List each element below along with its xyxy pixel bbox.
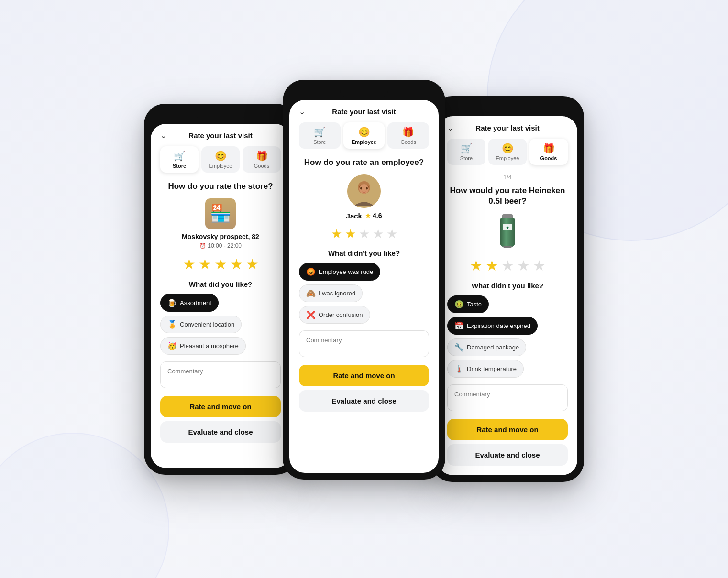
star-3-center[interactable]: ★ [359,227,370,241]
tab-goods-left[interactable]: 🎁 Goods [243,146,281,173]
tab-goods-center[interactable]: 🎁 Goods [387,122,429,149]
chevron-icon-left[interactable]: ⌄ [160,131,166,140]
chevron-icon-right[interactable]: ⌄ [447,123,453,132]
store-name-left: Moskovsky prospect, 82 [160,233,281,240]
chips-row-center: 😡 Employee was rude 🙈 I was ignored ❌ Or… [299,263,429,324]
store-tab-icon-right: 🛒 [461,142,473,154]
goods-tab-label-left: Goods [254,163,269,169]
chip-confusion-label: Order confusion [319,311,363,318]
tab-bar-right: 🛒 Store 😊 Employee 🎁 Goods [447,139,568,165]
tab-store-right[interactable]: 🛒 Store [447,139,485,165]
phone-notch-center [340,87,388,97]
sub-question-right: What didn't you like? [447,282,568,290]
svg-text:★: ★ [506,226,509,229]
main-question-right: How would you rate Heineken 0.5l beer? [447,185,568,207]
app-content-left: ⌄ Rate your last visit 🛒 Store 😊 Employe… [151,124,290,452]
chip-temperature-icon: 🌡️ [454,364,464,373]
tab-employee-right[interactable]: 😊 Employee [488,139,527,165]
clock-icon-left: ⏰ [199,243,206,249]
tab-employee-center[interactable]: 😊 Employee [343,122,385,149]
commentary-input-left[interactable] [160,361,281,388]
rating-star-icon: ★ [365,212,371,219]
chip-ignored-label: I was ignored [319,290,355,297]
star-5-left[interactable]: ★ [246,256,259,273]
main-question-left: How do you rate the store? [160,181,281,192]
chip-atmosphere[interactable]: 🥳 Pleasant atmosphere [160,337,246,355]
chevron-icon-center[interactable]: ⌄ [299,107,305,116]
chip-damaged[interactable]: 🔧 Damaged package [447,338,526,356]
evaluate-close-button-center[interactable]: Evaluate and close [299,390,429,412]
star-3-right[interactable]: ★ [501,257,514,274]
phone-screen-center: ⌄ Rate your last visit 🛒 Store 😊 Employe… [289,100,439,473]
chip-expiration[interactable]: 📅 Expiration date expired [447,317,538,335]
chip-taste[interactable]: 🤢 Taste [447,295,489,313]
star-1-left[interactable]: ★ [183,256,196,273]
store-tab-label-center: Store [313,139,326,145]
phones-container: ⌄ Rate your last visit 🛒 Store 😊 Employe… [144,96,584,482]
star-2-center[interactable]: ★ [345,227,356,241]
star-4-center[interactable]: ★ [373,227,384,241]
tab-employee-left[interactable]: 😊 Employee [201,146,240,173]
page-title-center: Rate your last visit [332,108,396,116]
svg-point-5 [366,187,368,189]
star-2-right[interactable]: ★ [485,257,498,274]
store-tab-label-right: Store [460,155,473,161]
star-2-left[interactable]: ★ [199,256,211,273]
commentary-input-center[interactable] [299,330,429,357]
chip-location[interactable]: 🏅 Convenient location [160,316,242,333]
svg-rect-7 [500,217,515,247]
app-content-right: ⌄ Rate your last visit 🛒 Store 😊 Employe… [438,116,577,475]
rate-move-on-button-center[interactable]: Rate and move on [299,365,429,386]
stars-row-left[interactable]: ★ ★ ★ ★ ★ [160,256,281,273]
employee-name: Jack [346,212,362,220]
chip-assortment[interactable]: 🍺 Assortment [160,294,219,312]
evaluate-close-button-left[interactable]: Evaluate and close [160,421,281,443]
employee-rating: ★ 4.6 [365,212,382,219]
star-4-right[interactable]: ★ [517,257,530,274]
page-title-right: Rate your last visit [475,124,539,132]
svg-rect-9 [503,246,512,248]
rate-move-on-button-right[interactable]: Rate and move on [447,419,568,440]
store-tab-icon-left: 🛒 [174,150,186,162]
employee-tab-label-center: Employee [352,139,376,145]
goods-tab-icon-right: 🎁 [543,142,555,154]
chip-damaged-icon: 🔧 [454,343,464,352]
star-4-left[interactable]: ★ [230,256,243,273]
star-1-right[interactable]: ★ [470,257,483,274]
rate-move-on-button-left[interactable]: Rate and move on [160,396,281,417]
phone-notch-left [197,110,244,121]
employee-tab-label-right: Employee [496,155,519,161]
stars-row-center[interactable]: ★ ★ ★ ★ ★ [299,227,429,241]
tab-store-left[interactable]: 🛒 Store [160,146,199,173]
chip-confusion[interactable]: ❌ Order confusion [299,306,370,324]
star-5-center[interactable]: ★ [386,227,397,241]
star-5-right[interactable]: ★ [533,257,546,274]
chip-temperature[interactable]: 🌡️ Drink temperature [447,360,524,378]
evaluate-close-button-right[interactable]: Evaluate and close [447,444,568,466]
goods-tab-label-center: Goods [400,139,416,145]
star-1-center[interactable]: ★ [331,227,342,241]
tab-store-center[interactable]: 🛒 Store [299,122,341,149]
commentary-input-right[interactable] [447,384,568,411]
chip-rude[interactable]: 😡 Employee was rude [299,263,380,281]
store-tab-icon-center: 🛒 [314,126,326,138]
svg-rect-8 [502,214,513,218]
page-title-left: Rate your last visit [188,131,252,140]
chip-atmosphere-icon: 🥳 [167,341,177,350]
chip-location-label: Convenient location [180,321,234,328]
phone-notch-right [484,103,531,113]
tab-goods-right[interactable]: 🎁 Goods [529,139,568,165]
goods-tab-icon-center: 🎁 [402,126,414,138]
phone-goods: ⌄ Rate your last visit 🛒 Store 😊 Employe… [431,96,584,482]
app-header-center: ⌄ Rate your last visit [299,108,429,116]
stars-row-right[interactable]: ★ ★ ★ ★ ★ [447,257,568,274]
phone-shell-center: ⌄ Rate your last visit 🛒 Store 😊 Employe… [283,80,445,480]
star-3-left[interactable]: ★ [214,256,227,273]
chip-expiration-icon: 📅 [454,321,464,330]
app-header-left: ⌄ Rate your last visit [160,131,281,140]
store-tab-label-left: Store [173,163,186,169]
chip-temperature-label: Drink temperature [467,365,517,372]
chip-assortment-label: Assortment [180,299,211,306]
app-content-center: ⌄ Rate your last visit 🛒 Store 😊 Employe… [289,100,439,421]
chip-ignored[interactable]: 🙈 I was ignored [299,284,363,302]
